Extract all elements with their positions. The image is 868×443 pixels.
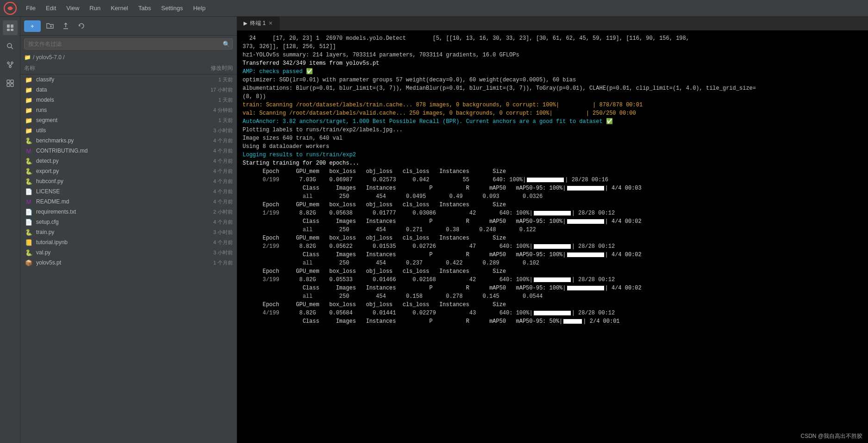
md-m-icon: M	[24, 198, 33, 205]
file-time: 4 个月前	[213, 148, 233, 154]
terminal-line: val: Scanning /root/dataset/labels/valid…	[243, 109, 862, 117]
file-time: 4 个月前	[213, 198, 233, 205]
folder-icon: 📁	[24, 96, 33, 104]
terminal-content[interactable]: 24 [17, 20, 23] 1 26970 models.yolo.Dete…	[237, 31, 868, 443]
files-icon-btn[interactable]	[3, 20, 18, 35]
list-item[interactable]: M README.md 4 个月前	[20, 197, 237, 207]
file-time: 4 个月前	[213, 188, 233, 195]
new-button[interactable]: + +	[24, 20, 41, 32]
svg-point-5	[7, 43, 12, 48]
list-item[interactable]: 📄 setup.cfg 4 个月前	[20, 217, 237, 227]
file-name: runs	[36, 107, 213, 113]
menu-file[interactable]: File	[21, 3, 40, 13]
py-icon: 🐍	[24, 157, 33, 165]
list-item[interactable]: 🐍 export.py 4 个月前	[20, 166, 237, 176]
list-item[interactable]: 📁 classify 1 天前	[20, 74, 237, 85]
list-item[interactable]: 📄 LICENSE 4 个月前	[20, 186, 237, 197]
svg-rect-4	[11, 29, 13, 31]
menu-run[interactable]: Run	[85, 3, 105, 13]
terminal-line: optimizer: SGD(lr=0.01) with parameter g…	[243, 76, 862, 84]
svg-line-6	[11, 47, 13, 49]
list-item[interactable]: 🐍 benchmarks.py 4 个月前	[20, 135, 237, 146]
terminal-line: Starting training for 200 epochs...	[243, 159, 862, 167]
terminal-line: train: Scanning /root/dataset/labels/tra…	[243, 101, 862, 109]
terminal-line: hz1-YOLOv5s summary: 214 layers, 7033114…	[243, 51, 862, 59]
list-item[interactable]: 📁 data 17 小时前	[20, 85, 237, 95]
list-item[interactable]: 📄 requirements.txt 2 小时前	[20, 207, 237, 217]
terminal-line: Transferred 342/349 items from yolov5s.p…	[243, 59, 862, 68]
file-name: export.py	[36, 168, 213, 174]
list-item[interactable]: 📁 segment 1 天前	[20, 115, 237, 125]
git-icon-btn[interactable]	[3, 57, 18, 72]
file-time: 4 个月前	[213, 168, 233, 175]
file-name: utils	[36, 127, 213, 134]
svg-rect-12	[7, 80, 10, 83]
file-time: 4 个月前	[213, 137, 233, 144]
list-item[interactable]: 🐍 val.py 3 小时前	[20, 247, 237, 258]
menu-settings[interactable]: Settings	[156, 3, 187, 13]
terminal-line: 0/199 7.03G 0.06987 0.02573 0.042 55 640…	[243, 176, 862, 184]
folder-icon: 📁	[24, 86, 33, 93]
list-item[interactable]: 🐍 train.py 3 小时前	[20, 227, 237, 237]
svg-point-8	[11, 62, 13, 64]
list-item[interactable]: M CONTRIBUTING.md 4 个月前	[20, 146, 237, 156]
search-input[interactable]	[24, 38, 233, 49]
file-time: 1 个月前	[213, 259, 233, 266]
list-item[interactable]: 📦 yolov5s.pt 1 个月前	[20, 258, 237, 268]
upload-button[interactable]	[59, 19, 72, 32]
file-time: 4 个月前	[213, 178, 233, 185]
svg-line-10	[8, 64, 10, 66]
search-icon-btn[interactable]	[3, 39, 18, 54]
file-list-header: 名称 修改时间	[20, 62, 237, 74]
file-name: data	[36, 86, 211, 93]
terminal-tab-bar: ▶ 终端 1 ✕	[237, 17, 868, 31]
extensions-icon-btn[interactable]	[3, 76, 18, 91]
menu-kernel[interactable]: Kernel	[106, 3, 133, 13]
terminal-line: Epoch GPU_mem box_loss obj_loss cls_loss…	[243, 267, 862, 276]
list-item[interactable]: 📁 models 1 天前	[20, 95, 237, 105]
breadcrumb: 📁 / yolov5-7.0 /	[20, 52, 237, 62]
list-item[interactable]: 🐍 hubconf.py 4 个月前	[20, 176, 237, 186]
terminal-line: (8, 8))	[243, 92, 862, 101]
svg-line-11	[10, 64, 12, 66]
file-name: models	[36, 97, 219, 103]
terminal-area: ▶ 终端 1 ✕ 24 [17, 20, 23] 1 26970 models.…	[237, 17, 868, 443]
tab-close-button[interactable]: ✕	[269, 20, 273, 26]
new-folder-button[interactable]	[44, 19, 56, 32]
menu-help[interactable]: Help	[188, 3, 210, 13]
list-item[interactable]: 📒 tutorial.ipynb 4 个月前	[20, 237, 237, 247]
terminal-tab-1[interactable]: ▶ 终端 1 ✕	[237, 17, 280, 30]
file-time: 3 小时前	[213, 249, 233, 256]
menu-edit[interactable]: Edit	[41, 3, 61, 13]
refresh-button[interactable]	[75, 19, 88, 32]
terminal-line: Epoch GPU_mem box_loss obj_loss cls_loss…	[243, 167, 862, 176]
folder-icon: 📁	[24, 127, 33, 134]
file-time: 3 小时前	[213, 229, 233, 236]
terminal-line: Epoch GPU_mem box_loss obj_loss cls_loss…	[243, 301, 862, 309]
sidebar-toolbar: + +	[20, 17, 237, 36]
svg-rect-13	[11, 80, 13, 83]
file-list: 📁 classify 1 天前 📁 data 17 小时前 📁 models 1…	[20, 74, 237, 443]
file-name: segment	[36, 117, 219, 123]
svg-rect-1	[7, 25, 10, 28]
py-icon: 🐍	[24, 167, 33, 175]
main-area: + +	[0, 17, 868, 443]
txt-icon: 📄	[24, 188, 33, 195]
terminal-line: all 250 454 0.237 0.422 0.289 0.102	[243, 259, 862, 267]
file-name: requirements.txt	[36, 209, 213, 215]
list-item[interactable]: 🐍 detect.py 4 个月前	[20, 156, 237, 166]
svg-point-9	[9, 66, 11, 68]
file-time: 17 小时前	[211, 86, 233, 93]
menu-tabs[interactable]: Tabs	[134, 3, 156, 13]
list-item[interactable]: 📁 runs 4 分钟前	[20, 105, 237, 115]
svg-rect-3	[7, 29, 10, 31]
terminal-line: Epoch GPU_mem box_loss obj_loss cls_loss…	[243, 201, 862, 209]
app-logo	[4, 2, 17, 15]
sidebar: + +	[20, 17, 237, 443]
list-item[interactable]: 📁 utils 3 小时前	[20, 125, 237, 135]
plus-icon: +	[31, 23, 34, 30]
md-m-icon: M	[24, 147, 33, 154]
file-name: setup.cfg	[36, 219, 213, 225]
menu-view[interactable]: View	[62, 3, 84, 13]
terminal-line: all 250 454 0.158 0.278 0.145 0.0544	[243, 292, 862, 301]
